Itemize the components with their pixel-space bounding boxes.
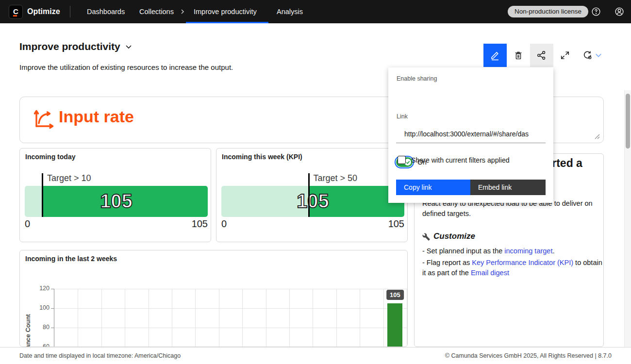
scrollbar-track bbox=[624, 90, 631, 347]
delete-button[interactable] bbox=[507, 44, 530, 67]
auto-refresh-button[interactable] bbox=[577, 44, 607, 67]
customize-heading: Customize bbox=[422, 232, 475, 241]
bullet1-text: - Set planned input as the bbox=[422, 247, 504, 255]
resize-grip[interactable] bbox=[594, 133, 600, 139]
progress-bar-incoming-week: 105 Target > 50 0 105 bbox=[221, 170, 404, 231]
wrench-icon bbox=[422, 232, 431, 241]
page-title: Improve productivity bbox=[19, 41, 133, 52]
top-nav: C Optimize Dashboards Collections Improv… bbox=[0, 0, 631, 23]
bullet1-period: . bbox=[552, 247, 554, 255]
optimize-app: C Optimize Dashboards Collections Improv… bbox=[0, 0, 631, 364]
help-icon[interactable] bbox=[591, 6, 601, 17]
guide-bullet-1: - Set planned input as the incoming targ… bbox=[422, 246, 604, 256]
active-tab-underline bbox=[186, 22, 268, 23]
y-tick-label: 100 bbox=[31, 304, 50, 311]
report-title-incoming-week[interactable]: Incoming this week (KPI) bbox=[222, 153, 302, 161]
tab-collections[interactable]: Collections bbox=[139, 0, 174, 23]
filters-checkbox-label: Share with current filters applied bbox=[411, 156, 510, 164]
user-icon[interactable] bbox=[614, 6, 625, 17]
refresh-chevron-down-icon bbox=[595, 52, 602, 59]
target-marker bbox=[42, 173, 43, 217]
embed-link-button[interactable]: Embed link bbox=[470, 180, 546, 195]
refresh-gear-icon bbox=[582, 50, 593, 61]
target-label: Target > 10 bbox=[47, 173, 91, 183]
popover-buttons: Copy link Embed link bbox=[396, 180, 546, 195]
share-link-input[interactable] bbox=[396, 125, 546, 143]
enable-sharing-label: Enable sharing bbox=[397, 75, 437, 82]
filters-checkbox[interactable] bbox=[398, 156, 406, 164]
nav-divider bbox=[70, 6, 70, 17]
scale-max: 105 bbox=[388, 218, 404, 230]
logo-letter: C bbox=[13, 8, 18, 15]
tab-improve-productivity[interactable]: Improve productivity bbox=[194, 0, 257, 23]
tab-analysis[interactable]: Analysis bbox=[277, 0, 303, 23]
guide-bullet-2: - Flag report as Key Performance Indicat… bbox=[422, 258, 604, 278]
scale-labels: 0 105 bbox=[25, 218, 208, 230]
tab-dashboards[interactable]: Dashboards bbox=[87, 0, 125, 23]
link-label: Link bbox=[397, 113, 408, 120]
fullscreen-button[interactable] bbox=[553, 44, 577, 67]
timezone-note: Date and time displayed in local timezon… bbox=[19, 352, 181, 359]
progress-value: 105 bbox=[25, 186, 208, 217]
copy-link-button[interactable]: Copy link bbox=[396, 180, 470, 195]
share-popover: Enable sharing On Link Share with curren… bbox=[388, 67, 553, 203]
email-digest-link[interactable]: Email digest bbox=[471, 269, 509, 277]
share-icon bbox=[536, 50, 547, 61]
footer: Date and time displayed in local timezon… bbox=[0, 347, 631, 364]
breadcrumb-chevron-icon bbox=[180, 9, 185, 14]
trash-icon bbox=[513, 50, 524, 61]
logo-orange-mark bbox=[13, 15, 17, 17]
bar-chart-plot: 1201008060105 bbox=[54, 289, 407, 347]
report-tile-last-2-weeks: Incoming in the last 2 weeks Instance Co… bbox=[19, 250, 408, 347]
page-title-text: Improve productivity bbox=[19, 41, 120, 52]
report-tile-incoming-today: Incoming today 105 Target > 10 0 105 bbox=[19, 148, 211, 242]
y-tick-label: 80 bbox=[31, 324, 50, 331]
copyright-note: © Camunda Services GmbH 2025, All Rights… bbox=[445, 352, 612, 359]
target-marker bbox=[308, 173, 310, 217]
report-title-last-2-weeks[interactable]: Incoming in the last 2 weeks bbox=[25, 255, 117, 263]
scale-min: 0 bbox=[25, 218, 30, 230]
camunda-logo[interactable]: C bbox=[9, 5, 23, 19]
customize-label: Customize bbox=[433, 232, 475, 241]
chart-increase-icon bbox=[33, 108, 55, 129]
target-label: Target > 50 bbox=[314, 173, 358, 183]
license-badge: Non-production license bbox=[508, 6, 588, 17]
scale-labels: 0 105 bbox=[221, 218, 404, 230]
share-button[interactable] bbox=[530, 44, 553, 67]
y-tick-label: 60 bbox=[31, 343, 50, 347]
title-chevron-down-icon[interactable] bbox=[125, 43, 133, 50]
edit-button[interactable] bbox=[483, 44, 507, 67]
progress-value: 105 bbox=[221, 186, 404, 217]
bullet2-text: - Flag report as bbox=[422, 259, 472, 266]
scrollbar-thumb[interactable] bbox=[626, 94, 630, 149]
kpi-link[interactable]: Key Performance Indicator (KPI) bbox=[472, 259, 573, 266]
bar bbox=[387, 303, 402, 347]
y-tick-label: 120 bbox=[31, 285, 50, 292]
scale-min: 0 bbox=[221, 218, 227, 230]
progress-bar-incoming-today: 105 Target > 10 0 105 bbox=[25, 170, 208, 231]
scale-max: 105 bbox=[192, 218, 208, 230]
report-tile-incoming-week: Incoming this week (KPI) 105 Target > 50… bbox=[216, 148, 408, 242]
bar-value-badge: 105 bbox=[386, 290, 404, 300]
pencil-icon bbox=[489, 50, 501, 61]
report-title-incoming-today[interactable]: Incoming today bbox=[25, 153, 75, 161]
incoming-target-link[interactable]: incoming target bbox=[504, 247, 552, 255]
filters-checkbox-row: Share with current filters applied bbox=[398, 156, 510, 164]
maximize-icon bbox=[560, 50, 570, 61]
section-title: Input rate bbox=[59, 107, 134, 126]
product-name: Optimize bbox=[27, 0, 60, 23]
page-description: Improve the utilization of existing reso… bbox=[19, 63, 233, 71]
